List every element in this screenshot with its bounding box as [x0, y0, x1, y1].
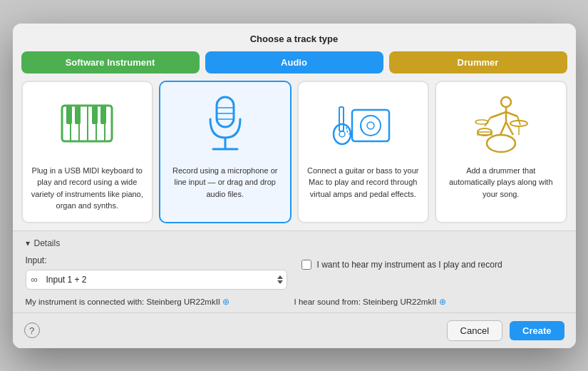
svg-rect-8 — [92, 106, 98, 124]
footer: ? Cancel Create — [13, 312, 576, 348]
hear-sound-link[interactable]: ⊕ — [439, 297, 446, 307]
details-header[interactable]: ▾ Details — [26, 238, 563, 248]
svg-point-22 — [501, 97, 511, 107]
details-label: Details — [34, 238, 61, 248]
checkbox-label: I want to hear my instrument as I play a… — [317, 260, 502, 270]
details-right: I want to hear my instrument as I play a… — [301, 255, 563, 270]
connected-with-text: My instrument is connected with: Steinbe… — [26, 298, 221, 306]
piano-icon — [55, 93, 119, 158]
drummer-card[interactable]: Add a drummer that automatically plays a… — [435, 81, 567, 223]
tab-software-instrument[interactable]: Software Instrument — [21, 51, 200, 73]
svg-point-19 — [334, 124, 351, 144]
svg-line-24 — [490, 112, 506, 118]
microphone-icon — [193, 93, 257, 158]
input-select-wrapper: ∞ Input 1 + 2 — [26, 270, 287, 290]
info-left: My instrument is connected with: Steinbe… — [26, 297, 294, 307]
tab-drummer[interactable]: Drummer — [389, 51, 567, 73]
help-button[interactable]: ? — [24, 322, 40, 338]
svg-line-26 — [506, 112, 517, 116]
cards-row: Plug in a USB MIDI keyboard to play and … — [13, 73, 576, 230]
drums-icon — [469, 93, 533, 158]
guitar-card-text: Connect a guitar or bass to your Mac to … — [307, 165, 420, 200]
hear-instrument-checkbox[interactable] — [301, 260, 311, 270]
svg-point-21 — [339, 131, 345, 137]
svg-line-29 — [506, 122, 513, 135]
connected-with-link[interactable]: ⊕ — [222, 297, 229, 307]
software-instrument-card[interactable]: Plug in a USB MIDI keyboard to play and … — [21, 81, 154, 223]
details-left: Input: ∞ Input 1 + 2 — [26, 255, 287, 290]
guitar-icon — [331, 93, 395, 158]
dialog-title: Choose a track type — [13, 24, 576, 51]
svg-line-25 — [485, 118, 490, 126]
details-body: Input: ∞ Input 1 + 2 I want to hear my i… — [26, 255, 563, 290]
svg-rect-7 — [75, 106, 81, 124]
input-select[interactable]: Input 1 + 2 — [26, 270, 287, 290]
svg-point-35 — [475, 120, 488, 124]
track-type-tabs: Software Instrument Audio Drummer — [13, 51, 576, 73]
drummer-card-text: Add a drummer that automatically plays a… — [445, 165, 557, 200]
info-row: My instrument is connected with: Steinbe… — [26, 290, 563, 312]
software-instrument-card-text: Plug in a USB MIDI keyboard to play and … — [31, 165, 144, 212]
input-label: Input: — [26, 255, 287, 265]
svg-line-28 — [500, 122, 506, 135]
info-right: I hear sound from: Steinberg UR22mkII ⊕ — [294, 297, 563, 307]
dialog: Choose a track type Software Instrument … — [13, 24, 576, 348]
checkbox-row: I want to hear my instrument as I play a… — [301, 260, 563, 270]
svg-rect-9 — [100, 106, 106, 124]
audio-card-text: Record using a microphone or line input … — [169, 165, 282, 200]
svg-point-17 — [361, 116, 381, 136]
svg-rect-32 — [478, 132, 492, 135]
cancel-button[interactable]: Cancel — [447, 320, 502, 341]
audio-card[interactable]: Record using a microphone or line input … — [159, 81, 292, 223]
svg-rect-20 — [339, 107, 344, 131]
hear-sound-text: I hear sound from: Steinberg UR22mkII — [294, 298, 437, 306]
svg-point-30 — [487, 135, 515, 152]
tab-audio[interactable]: Audio — [205, 51, 383, 73]
svg-rect-16 — [352, 110, 389, 141]
chevron-icon: ▾ — [26, 238, 30, 248]
create-button[interactable]: Create — [510, 321, 564, 340]
svg-rect-10 — [217, 97, 234, 127]
svg-rect-6 — [66, 106, 72, 124]
details-section: ▾ Details Input: ∞ Input 1 + 2 — [13, 230, 576, 312]
svg-point-18 — [367, 122, 374, 129]
link-icon: ∞ — [31, 274, 38, 285]
guitar-card[interactable]: Connect a guitar or bass to your Mac to … — [297, 81, 430, 223]
